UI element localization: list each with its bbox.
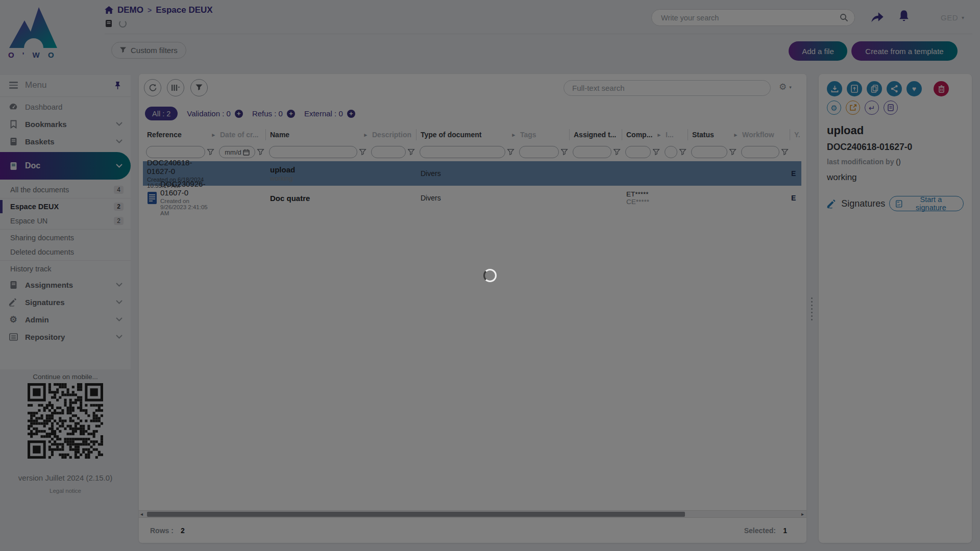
loading-overlay: [0, 0, 980, 551]
loading-spinner: [483, 269, 497, 282]
